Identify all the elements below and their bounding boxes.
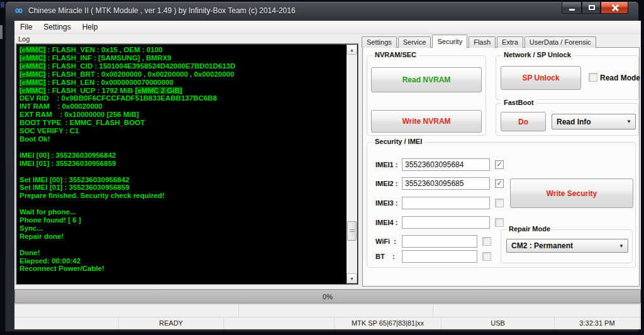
menubar: FileSettingsHelp (14, 21, 641, 34)
log-line: Reconnect Power/Cable! (19, 265, 344, 273)
log-line: [eMMC] : FLASH_BRT : 0x00200000 , 0x0020… (19, 70, 344, 79)
fastboot-action-select[interactable]: Read Info ▼ (552, 114, 636, 129)
tab-service[interactable]: Service (398, 36, 431, 48)
status-row-secondary (14, 304, 641, 317)
client-area: FileSettingsHelp Log [eMMC] : FLASH_VEN … (14, 21, 641, 329)
log-line: Set IMEI [00] : 355236030956842 (19, 176, 344, 184)
dropdown-arrow-icon: ▼ (626, 119, 631, 124)
log-line: [eMMC] : FLASH_CID : 1501004E3958524D420… (19, 62, 344, 70)
imei3-checkbox[interactable] (495, 199, 504, 207)
group-fastboot: FastBoot Do Read Info ▼ (496, 103, 639, 136)
minimize-icon (569, 9, 575, 11)
read-mode-checkbox[interactable] (589, 73, 597, 82)
bt-checkbox[interactable] (482, 252, 491, 261)
imei2-label: IMEI2 : (375, 180, 397, 187)
group-security-imei-title: Security / IMEI (372, 138, 425, 145)
log-lines: [eMMC] : FLASH_VEN : 0x15 , OEM : 0100[e… (19, 46, 344, 283)
wifi-input[interactable] (402, 235, 477, 248)
read-nvram-button[interactable]: Read NVRAM (371, 67, 482, 92)
log-line: Boot Ok! (19, 135, 344, 143)
log-line: Done! (19, 249, 344, 257)
imei1-checkbox[interactable]: ✓ (495, 160, 504, 169)
repair-mode-select[interactable]: CM2 : Permanent ▼ (506, 239, 628, 253)
window-title: Chinese Miracle II ( MTK Module , ver 1.… (28, 6, 296, 15)
log-line (19, 241, 344, 249)
fastboot-do-button[interactable]: Do (501, 112, 546, 131)
background-artifact (0, 25, 3, 39)
status-cell-usb: USB (441, 317, 555, 329)
log-console[interactable]: [eMMC] : FLASH_VEN : 0x15 , OEM : 0100[e… (16, 43, 358, 285)
status-cell (224, 317, 335, 329)
menu-item-settings[interactable]: Settings (38, 21, 76, 34)
bt-input[interactable] (402, 250, 477, 263)
tab-flash[interactable]: Flash (469, 36, 496, 48)
log-line: Sync... (19, 224, 344, 233)
tab-extra[interactable]: Extra (497, 36, 523, 48)
log-line: [eMMC] : FLASH_VEN : 0x15 , OEM : 0100 (19, 46, 344, 54)
group-network-sp-unlock: Network / SP Unlock SP Unlock Read Mode (496, 55, 639, 100)
status-cell (433, 305, 640, 317)
log-line: [eMMC] : FLASH_LEN : 0x0000000070000000 (19, 79, 344, 87)
log-label: Log (18, 35, 30, 43)
log-line: IMEI [01] : 355236030956859 (19, 160, 344, 168)
group-nvram-sec-title: NVRAM/SEC (372, 51, 419, 58)
imei3-input[interactable] (402, 197, 490, 209)
security-tab-panel: NVRAM/SEC Read NVRAM Write NVRAM Network… (362, 47, 640, 287)
log-line: [eMMC] : FLASH_UCP : 1792 MiB [eMMC 2 Gi… (19, 87, 344, 95)
close-button[interactable] (601, 2, 628, 14)
imei4-input[interactable] (402, 216, 490, 229)
scroll-up-button[interactable]: ▲ (347, 45, 357, 55)
log-line: INT RAM : 0x00020000 (19, 102, 344, 111)
log-line: SOC VERIFY : C1 (19, 127, 344, 135)
imei1-label: IMEI1 : (375, 161, 397, 168)
close-icon (611, 4, 618, 11)
log-line: IMEI [00] : 355236030956842 (19, 151, 344, 160)
minimize-button[interactable] (562, 2, 582, 14)
imei1-input[interactable] (402, 158, 490, 171)
group-repair-mode-title: Repair Mode (506, 225, 553, 233)
log-line: DEV RID : 0x9BB0F6CFCCFADF51B833EABB137B… (19, 94, 344, 102)
group-security-imei: Security / IMEI IMEI1 :✓IMEI2 :✓IMEI3 :I… (367, 142, 636, 268)
log-line: Phone found! [ 6 ] (19, 216, 344, 224)
status-cell (239, 305, 433, 317)
status-cell (14, 305, 239, 317)
scroll-down-button[interactable]: ▼ (347, 273, 357, 283)
read-mode-label: Read Mode (600, 74, 640, 82)
log-line: Wait for phone... (19, 208, 344, 216)
wifi-label: WiFi : (375, 238, 396, 245)
titlebar[interactable]: ∞ Chinese Miracle II ( MTK Module , ver … (6, 2, 638, 19)
imei2-checkbox[interactable]: ✓ (495, 179, 504, 188)
group-nvram-sec: NVRAM/SEC Read NVRAM Write NVRAM (367, 55, 486, 136)
log-scrollbar[interactable]: ▲ ▼ (347, 45, 357, 283)
status-cell-3-32-31-pm: 3:32:31 PM (555, 317, 640, 329)
desktop-background: ∞ Chinese Miracle II ( MTK Module , ver … (0, 0, 644, 335)
tab-userdata-forensic[interactable]: UserData / Forensic (525, 36, 596, 48)
log-line (19, 143, 344, 151)
imei3-label: IMEI3 : (375, 199, 397, 207)
window-controls (562, 2, 628, 14)
status-cell (14, 317, 119, 329)
group-fastboot-title: FastBoot (501, 99, 536, 106)
progress-label: 0% (323, 293, 333, 300)
dropdown-arrow-icon: ▼ (619, 243, 624, 249)
log-line: Set IMEI [01] : 355236030956859 (19, 184, 344, 192)
log-line: [eMMC] : FLASH_INF : [SAMSUNG] , BMRX9 (19, 54, 344, 62)
status-row-main: READYMTK SP 65|67|83|81|xxUSB3:32:31 PM (14, 317, 641, 329)
status-cell-mtk-sp-65-67-83-81-xx: MTK SP 65|67|83|81|xx (335, 317, 441, 329)
sp-unlock-button[interactable]: SP Unlock (501, 66, 581, 90)
bt-label: BT : (375, 253, 395, 260)
repair-mode-value: CM2 : Permanent (511, 241, 573, 250)
menu-item-help[interactable]: Help (77, 21, 104, 34)
imei2-input[interactable] (402, 177, 490, 190)
imei4-checkbox[interactable] (495, 218, 504, 227)
write-security-button[interactable]: Write Security (510, 178, 633, 208)
scroll-thumb[interactable] (347, 221, 357, 241)
background-artifact (1, 2, 4, 8)
tab-settings[interactable]: Settings (362, 36, 397, 48)
maximize-button[interactable] (582, 2, 601, 14)
tab-security[interactable]: Security (432, 35, 467, 48)
write-nvram-button[interactable]: Write NVRAM (371, 110, 482, 133)
menu-item-file[interactable]: File (14, 21, 38, 34)
log-line: Repair done! (19, 233, 344, 241)
wifi-checkbox[interactable] (482, 237, 491, 246)
